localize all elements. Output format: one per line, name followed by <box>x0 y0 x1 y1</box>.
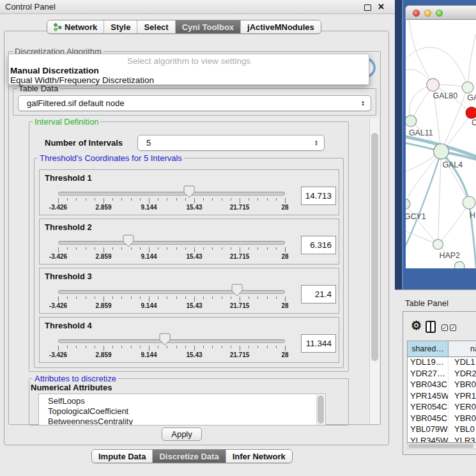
network-graph[interactable]: GAL80GACGAL11GAL4GCY1HHAP2 <box>406 20 476 268</box>
tab-style[interactable]: Style <box>104 20 137 33</box>
threshold-slider-thumb[interactable] <box>231 284 243 296</box>
threshold-slider-thumb[interactable] <box>159 333 171 346</box>
threshold-value-field[interactable]: 11.344 <box>301 334 336 353</box>
GAL11-node[interactable] <box>406 115 417 127</box>
threshold-slider-thumb[interactable] <box>123 234 134 247</box>
tick-label: 28 <box>281 204 288 211</box>
numerical-attributes-list[interactable]: SelfLoopsTopologicalCoefficientBetweenne… <box>38 394 326 426</box>
table-row[interactable]: YDL19…YDL1 <box>408 357 476 369</box>
selected-node[interactable] <box>466 107 476 119</box>
cell-shared-name[interactable]: YBR043C <box>408 380 449 391</box>
attribute-item[interactable]: BetweennessCentrality <box>48 417 133 426</box>
threshold-value-field[interactable]: 21.4 <box>301 285 336 303</box>
tab-network[interactable]: Network <box>47 20 104 33</box>
tick-label: 15.43 <box>186 302 202 309</box>
cell-name[interactable]: YER0 <box>449 402 476 413</box>
tab-label: Style <box>111 22 130 32</box>
popup-option-equal-width-frequency[interactable]: Equal Width/Frequency Discretization <box>10 75 368 85</box>
cell-shared-name[interactable]: YBL079W <box>408 424 449 436</box>
cell-shared-name[interactable]: YBR045C <box>408 413 449 425</box>
network-edge[interactable] <box>409 20 433 85</box>
cell-shared-name[interactable]: YDR27… <box>408 369 449 380</box>
minimize-traffic-light-icon[interactable] <box>424 10 431 17</box>
threshold-slider-track[interactable] <box>58 241 285 245</box>
table-row[interactable]: YER054CYER0 <box>408 402 476 413</box>
tab-impute-data[interactable]: Impute Data <box>92 450 153 463</box>
tick-label: 2.859 <box>95 204 111 211</box>
network-edge[interactable] <box>438 151 441 245</box>
tab-label: jActiveMNodules <box>247 22 314 32</box>
horizontal-scrollbar[interactable] <box>407 443 476 449</box>
tab-infer-network[interactable]: Infer Network <box>226 450 292 463</box>
network-edge[interactable] <box>406 204 438 244</box>
table-row[interactable]: YLR345WYLR3 <box>408 436 476 443</box>
application-window: Control Panel ✕ Network Style Select Cyn… <box>0 0 476 476</box>
cell-shared-name[interactable]: YPR145W <box>408 391 449 403</box>
cell-name[interactable]: YBR0 <box>449 413 476 425</box>
threshold-panel: Threshold 2 -3.4262.8599.14415.4321.7152… <box>39 219 339 265</box>
cell-name[interactable]: YLR3 <box>449 436 476 443</box>
vertical-scrollbar[interactable] <box>369 119 379 424</box>
table-data-combobox[interactable]: galFiltered.sif default node ▲▼ <box>18 95 371 111</box>
threshold-value-field[interactable]: 14.713 <box>301 187 336 205</box>
popup-option-manual-discretization[interactable]: Manual Discretization <box>10 66 368 75</box>
GAL80-node[interactable] <box>427 79 440 91</box>
tab-discretize-data[interactable]: Discretize Data <box>153 450 226 463</box>
HAP2-node[interactable] <box>433 240 443 250</box>
tab-cyni-toolbox[interactable]: Cyni Toolbox <box>176 20 241 33</box>
GCY1-node[interactable] <box>406 199 410 209</box>
attributes-scrollbar[interactable] <box>316 395 325 425</box>
cell-name[interactable]: YBL0 <box>449 424 476 436</box>
checkbox-icon[interactable]: ✓ <box>450 325 456 331</box>
network-edge[interactable] <box>438 203 470 244</box>
close-traffic-light-icon[interactable] <box>413 10 420 17</box>
number-of-intervals-label: Number of Intervals <box>45 138 123 148</box>
network-canvas[interactable]: GAL80GACGAL11GAL4GCY1HHAP2 <box>406 20 476 268</box>
network-edge[interactable] <box>406 151 441 204</box>
tab-select[interactable]: Select <box>137 20 175 33</box>
columns-icon[interactable] <box>426 321 436 333</box>
cell-shared-name[interactable]: YLR345W <box>408 436 449 443</box>
table-row[interactable]: YBR045CYBR0 <box>408 413 476 425</box>
threshold-slider-track[interactable] <box>58 192 285 196</box>
column-header-name[interactable]: na <box>449 341 476 357</box>
cell-name[interactable]: YBR0 <box>449 380 476 391</box>
cell-shared-name[interactable]: YDL19… <box>408 357 449 369</box>
GAL4-node[interactable] <box>434 144 449 159</box>
tab-jactivemnodules[interactable]: jActiveMNodules <box>241 20 321 33</box>
attribute-item[interactable]: SelfLoops <box>48 396 85 406</box>
cell-name[interactable]: YDR2 <box>449 369 476 380</box>
apply-button[interactable]: Apply <box>162 427 202 441</box>
cell-shared-name[interactable]: YER054C <box>408 402 449 413</box>
column-header-shared[interactable]: shared… <box>408 341 449 357</box>
gear-icon[interactable]: ⚙ <box>411 318 422 333</box>
threshold-slider-thumb[interactable] <box>183 185 195 198</box>
scrollbar-thumb[interactable] <box>408 444 473 448</box>
float-window-icon[interactable] <box>364 4 371 11</box>
cell-name[interactable]: YDL1 <box>449 357 476 369</box>
node-attribute-table[interactable]: shared… na YDL19…YDL1YDR27…YDR2YBR043CYB… <box>407 341 476 443</box>
attribute-item[interactable]: TopologicalCoefficient <box>48 406 128 417</box>
network-edge[interactable] <box>468 34 476 88</box>
node[interactable] <box>462 82 473 93</box>
network-edge[interactable] <box>441 151 469 203</box>
table-row[interactable]: YDR27…YDR2 <box>408 369 476 380</box>
close-icon[interactable]: ✕ <box>378 2 385 12</box>
node[interactable] <box>454 261 464 268</box>
threshold-slider-track[interactable] <box>58 290 285 294</box>
node[interactable] <box>463 196 475 209</box>
table-row[interactable]: YBL079WYBL0 <box>408 424 476 436</box>
zoom-traffic-light-icon[interactable] <box>436 10 443 17</box>
threshold-slider-track[interactable] <box>58 339 285 343</box>
checkbox-icon[interactable]: ✓ <box>441 325 448 331</box>
tick-label: 9.144 <box>141 302 157 309</box>
scrollbar-thumb[interactable] <box>371 133 378 361</box>
table-row[interactable]: YBR043CYBR0 <box>408 380 476 391</box>
threshold-value-field[interactable]: 6.316 <box>301 236 336 254</box>
cell-name[interactable]: YPR1 <box>449 391 476 403</box>
slider-tick-labels: -3.4262.8599.14415.4321.71528 <box>58 302 285 310</box>
number-of-intervals-combobox[interactable]: 5 ▲▼ <box>137 135 325 151</box>
network-window-titlebar[interactable] <box>405 5 476 20</box>
table-row[interactable]: YPR145WYPR1 <box>408 391 476 403</box>
network-edge-highlighted[interactable] <box>406 151 441 252</box>
